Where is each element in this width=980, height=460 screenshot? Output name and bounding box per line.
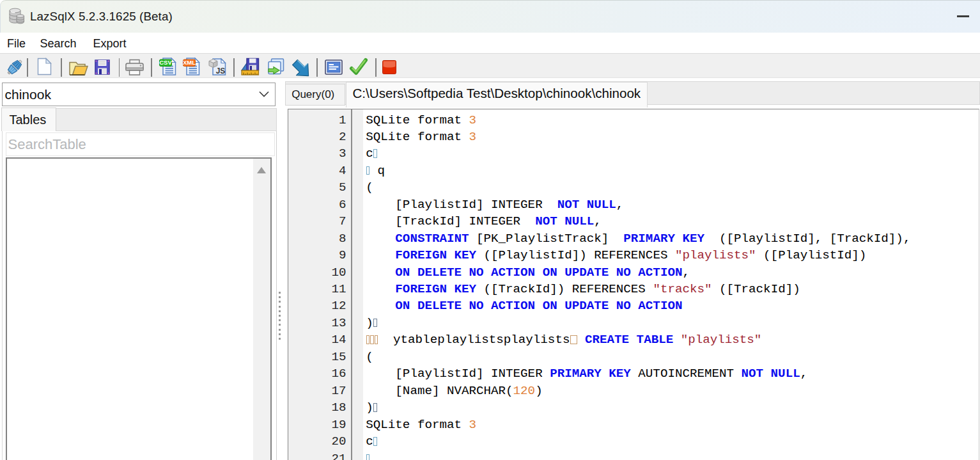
svg-text:JS: JS	[216, 67, 226, 75]
svg-text:XML: XML	[183, 59, 196, 66]
svg-text:CSV: CSV	[159, 59, 172, 66]
